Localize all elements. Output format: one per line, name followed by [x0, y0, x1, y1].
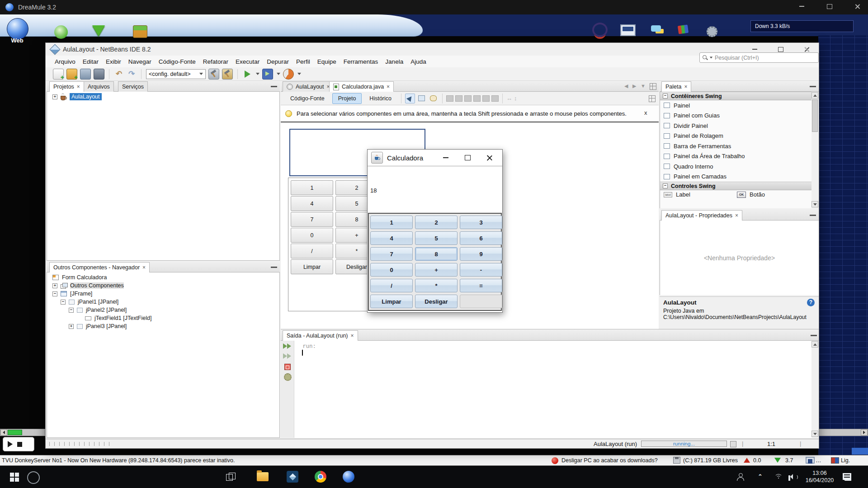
- config-select[interactable]: <config. default>: [146, 69, 206, 79]
- close-icon[interactable]: [142, 265, 146, 270]
- calc-button[interactable]: 6: [460, 231, 502, 245]
- menu-item[interactable]: Executar: [232, 57, 263, 66]
- dreamule-minimize-button[interactable]: [791, 1, 812, 12]
- dreamule-statistics-icon[interactable]: [620, 24, 636, 36]
- dreamule-taskbar-icon[interactable]: [343, 471, 354, 483]
- palette-item[interactable]: Barra de Ferramentas: [660, 141, 811, 151]
- run-project-icon[interactable]: [242, 69, 252, 79]
- scroll-up-icon[interactable]: [811, 92, 818, 99]
- palette-section-containers[interactable]: Contêineres Swing: [660, 92, 811, 100]
- collapse-icon[interactable]: [69, 308, 74, 313]
- file-explorer-icon[interactable]: [257, 472, 269, 481]
- palette-item-label[interactable]: label Label: [660, 191, 690, 198]
- menu-item[interactable]: Refatorar: [199, 57, 232, 66]
- menu-item[interactable]: Ajuda: [407, 57, 430, 66]
- calc-button[interactable]: 0: [370, 263, 413, 277]
- cortana-icon[interactable]: [27, 471, 40, 484]
- chrome-icon[interactable]: [315, 471, 326, 483]
- minimize-panel-icon[interactable]: [810, 86, 816, 87]
- dreamule-hscrollbar-right[interactable]: [818, 429, 868, 436]
- scroll-up-icon[interactable]: [811, 341, 818, 347]
- tree-node-jpanel1[interactable]: jPanel1 [JPanel]: [61, 299, 118, 305]
- menu-item[interactable]: Depurar: [263, 57, 292, 66]
- palette-section-controls[interactable]: Controles Swing: [660, 182, 811, 190]
- collapse-icon[interactable]: [663, 183, 668, 188]
- palette-item[interactable]: Painel em Camadas: [660, 172, 811, 182]
- menu-item[interactable]: Arquivo: [51, 57, 79, 66]
- rerun-with-options-icon[interactable]: [283, 352, 291, 360]
- design-button[interactable]: Limpar: [291, 259, 333, 274]
- shutdown-indicator-icon[interactable]: [552, 457, 558, 464]
- calc-button[interactable]: Limpar: [370, 295, 413, 308]
- profile-project-icon[interactable]: [283, 69, 294, 80]
- people-icon[interactable]: [737, 473, 744, 480]
- tab-servicos[interactable]: Serviços: [118, 81, 148, 92]
- progress-list-icon[interactable]: [730, 441, 736, 447]
- scrollbar-thumb[interactable]: [8, 430, 22, 435]
- stop-run-icon[interactable]: [283, 363, 292, 371]
- tree-node-other-components[interactable]: Outros Componentes: [52, 282, 124, 289]
- search-dropdown-icon[interactable]: [710, 57, 712, 59]
- tree-node-jpanel3[interactable]: jPanel3 [JPanel]: [69, 323, 127, 329]
- close-icon[interactable]: [684, 84, 687, 89]
- palette-item[interactable]: Dividir Painel: [660, 121, 811, 131]
- dreamule-options-icon[interactable]: [707, 26, 717, 37]
- wifi-icon[interactable]: [774, 474, 783, 480]
- expand-icon[interactable]: [69, 324, 74, 329]
- clean-build-icon[interactable]: [222, 69, 233, 80]
- calc-button[interactable]: 7: [370, 247, 413, 261]
- open-project-icon[interactable]: [80, 69, 91, 80]
- play-icon[interactable]: [8, 441, 13, 447]
- debug-dropdown-icon[interactable]: [277, 73, 280, 75]
- close-icon[interactable]: [387, 84, 390, 89]
- view-source-button[interactable]: Código-Fonte: [284, 93, 330, 104]
- tab-output[interactable]: Saída - AulaLayout (run): [283, 330, 358, 341]
- dreamule-irc-icon[interactable]: [592, 23, 608, 37]
- output-scrollbar[interactable]: [811, 341, 819, 438]
- scroll-right-icon[interactable]: [861, 429, 868, 436]
- tab-properties[interactable]: AulaLayout - Propriedades: [661, 210, 742, 221]
- tab-palette[interactable]: Paleta: [661, 81, 691, 92]
- debug-project-icon[interactable]: [262, 69, 273, 80]
- minimize-panel-icon[interactable]: [810, 215, 816, 216]
- tab-arquivos[interactable]: Arquivos: [84, 81, 114, 92]
- volume-icon[interactable]: [788, 474, 796, 480]
- tab-aulalayout-form[interactable]: AulaLayout: [283, 81, 334, 92]
- tab-calculadora-java[interactable]: Calculadora.java: [329, 81, 394, 92]
- hint-close-button[interactable]: x: [644, 109, 647, 116]
- calc-button[interactable]: =: [460, 279, 502, 292]
- scroll-down-icon[interactable]: [811, 431, 818, 437]
- calculator-display[interactable]: 18: [368, 166, 502, 213]
- menu-item[interactable]: Ferramentas: [340, 57, 382, 66]
- design-button[interactable]: 0: [291, 228, 333, 243]
- menu-item[interactable]: Exibir: [102, 57, 125, 66]
- tree-node-jtextfield1[interactable]: jTextField1 [JTextField]: [85, 315, 151, 321]
- view-design-button[interactable]: Projeto: [332, 93, 362, 104]
- profile-dropdown-icon[interactable]: [297, 73, 301, 75]
- menu-item[interactable]: Perfil: [292, 57, 314, 66]
- window-minimize-icon[interactable]: [438, 152, 453, 164]
- netbeans-taskbar-icon[interactable]: [287, 471, 298, 483]
- taskbar-clock[interactable]: 13:06 16/04/2020: [802, 469, 837, 484]
- palette-item-botao[interactable]: Botão: [733, 191, 765, 198]
- scroll-left-icon[interactable]: [0, 429, 7, 436]
- palette-item[interactable]: Painel de Rolagem: [660, 131, 811, 141]
- calc-button[interactable]: +: [415, 263, 458, 277]
- calc-button[interactable]: 5: [415, 231, 458, 245]
- menu-item[interactable]: Editar: [79, 57, 102, 66]
- design-button[interactable]: 7: [291, 212, 333, 227]
- palette-scrollbar[interactable]: [811, 92, 819, 208]
- expand-icon[interactable]: [52, 283, 57, 288]
- output-settings-icon[interactable]: [283, 373, 292, 380]
- undo-icon[interactable]: ↶: [114, 69, 124, 79]
- design-button[interactable]: 4: [291, 196, 333, 211]
- menu-item[interactable]: Navegar: [125, 57, 155, 66]
- ide-search-input[interactable]: Pesquisar (Ctrl+I): [699, 52, 819, 63]
- calc-button[interactable]: 8: [415, 247, 458, 261]
- dreamule-messages-icon[interactable]: [651, 25, 661, 32]
- new-file-icon[interactable]: [53, 69, 64, 80]
- dreamule-hscrollbar-left[interactable]: [0, 429, 45, 436]
- collapse-icon[interactable]: [663, 94, 668, 99]
- calc-button[interactable]: 4: [370, 231, 413, 245]
- show-grid-icon[interactable]: [649, 95, 656, 102]
